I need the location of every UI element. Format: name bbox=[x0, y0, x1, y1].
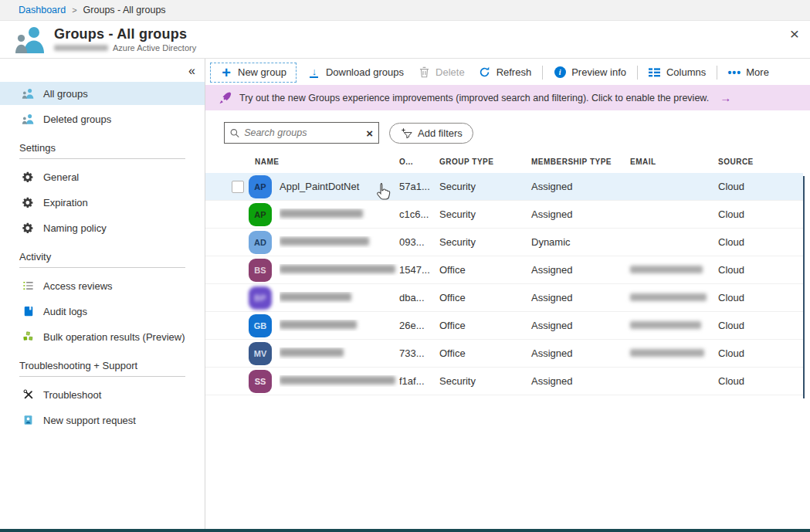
gear-icon bbox=[22, 222, 35, 234]
section-divider bbox=[19, 158, 185, 159]
avatar-cell: GB bbox=[249, 314, 280, 337]
info-icon: i bbox=[554, 66, 566, 79]
column-header-membership-type[interactable]: MEMBERSHIP TYPE bbox=[531, 158, 630, 166]
sidebar-item-all-groups[interactable]: All groups bbox=[0, 82, 205, 105]
sidebar-item-label: Access reviews bbox=[43, 280, 113, 292]
people-icon bbox=[22, 113, 35, 125]
search-input[interactable] bbox=[244, 127, 361, 138]
cell-group-type: Office bbox=[439, 292, 531, 303]
table-row[interactable]: APc1c6...SecurityAssignedCloud bbox=[205, 201, 803, 229]
search-box: × bbox=[224, 122, 379, 144]
avatar-cell: SS bbox=[249, 370, 280, 393]
gear-icon bbox=[22, 171, 35, 183]
cell-membership-type: Assigned bbox=[531, 264, 630, 276]
sidebar-item-new-support-request[interactable]: New support request bbox=[0, 408, 205, 432]
table-row[interactable]: BPdba...OfficeAssignedCloud bbox=[205, 284, 803, 312]
group-avatar: GB bbox=[249, 314, 272, 337]
column-header-group-type[interactable]: GROUP TYPE bbox=[439, 158, 531, 166]
add-filters-button[interactable]: Add filters bbox=[389, 123, 473, 144]
cell-source: Cloud bbox=[718, 292, 803, 303]
section-divider bbox=[19, 376, 185, 377]
more-icon: ••• bbox=[728, 66, 741, 79]
content-pane: +New group↓Download groupsDeleteRefreshi… bbox=[205, 59, 810, 529]
table-body: APAppl_PaintDotNet57a1...SecurityAssigne… bbox=[205, 173, 810, 395]
table-row[interactable]: SSf1af...SecurityAssignedCloud bbox=[205, 368, 803, 395]
toolbar-divider bbox=[542, 66, 543, 80]
cell-email bbox=[630, 264, 718, 276]
more-button[interactable]: •••More bbox=[721, 63, 776, 83]
table-row[interactable]: BS1547...OfficeAssignedCloud bbox=[205, 256, 803, 284]
group-avatar: MV bbox=[249, 342, 272, 365]
redacted-email bbox=[630, 321, 701, 329]
sidebar-item-naming-policy[interactable]: Naming policy bbox=[0, 216, 205, 239]
breadcrumb-dashboard-link[interactable]: Dashboard bbox=[19, 5, 66, 15]
sidebar-item-bulk-operation-results-preview[interactable]: Bulk operation results (Preview) bbox=[0, 325, 205, 348]
page-title: Groups - All groups bbox=[54, 26, 196, 42]
cell-name bbox=[280, 347, 399, 359]
banner-text: Try out the new Groups experience improv… bbox=[239, 93, 709, 103]
sidebar-section-troubleshooting-support: Troubleshooting + SupportTroubleshootNew… bbox=[0, 360, 205, 432]
sidebar-item-label: Deleted groups bbox=[43, 114, 111, 125]
close-icon[interactable]: × bbox=[790, 25, 799, 42]
column-header-o[interactable]: O... bbox=[399, 158, 439, 166]
redacted-email bbox=[630, 293, 707, 301]
table-row[interactable]: GB26e...OfficeAssignedCloud bbox=[205, 312, 803, 340]
support-person-icon bbox=[22, 414, 35, 426]
cell-group-type: Office bbox=[439, 347, 531, 359]
redacted-name bbox=[280, 293, 351, 301]
cell-membership-type: Assigned bbox=[531, 181, 630, 192]
refresh-button[interactable]: Refresh bbox=[472, 63, 539, 83]
sidebar-item-expiration[interactable]: Expiration bbox=[0, 191, 205, 214]
avatar-cell: BS bbox=[249, 259, 280, 282]
add-filter-icon bbox=[400, 127, 412, 139]
collapse-sidebar-icon[interactable]: « bbox=[188, 64, 195, 78]
sidebar-item-general[interactable]: General bbox=[0, 165, 205, 188]
breadcrumb-current: Groups - All groups bbox=[83, 5, 166, 15]
toolbar-divider bbox=[717, 66, 717, 80]
cell-object-id: 1547... bbox=[399, 264, 439, 276]
column-header-source[interactable]: SOURCE bbox=[718, 158, 803, 166]
avatar-cell: AP bbox=[249, 203, 280, 226]
sidebar-sections: SettingsGeneralExpirationNaming policyAc… bbox=[0, 142, 205, 432]
group-avatar: AD bbox=[249, 231, 272, 254]
toolbar-button-label: Download groups bbox=[326, 66, 404, 78]
groups-icon bbox=[14, 25, 46, 53]
toolbar-button-label: Refresh bbox=[497, 66, 532, 78]
sidebar-item-label: New support request bbox=[43, 415, 136, 426]
cell-source: Cloud bbox=[718, 208, 803, 220]
scrollbar[interactable] bbox=[803, 176, 805, 398]
plus-icon: + bbox=[220, 66, 232, 79]
delete-button[interactable]: Delete bbox=[411, 63, 472, 83]
redacted-name bbox=[280, 265, 395, 273]
avatar-cell: BP bbox=[249, 286, 280, 310]
preview-info-button[interactable]: iPreview info bbox=[547, 63, 633, 83]
cell-membership-type: Dynamic bbox=[531, 236, 630, 248]
groups-table: NAMEO...GROUP TYPEMEMBERSHIP TYPEEMAILSO… bbox=[205, 150, 810, 395]
row-checkbox[interactable] bbox=[232, 181, 244, 193]
cell-membership-type: Assigned bbox=[531, 320, 630, 331]
table-row[interactable]: APAppl_PaintDotNet57a1...SecurityAssigne… bbox=[205, 173, 803, 201]
sidebar-item-troubleshoot[interactable]: Troubleshoot bbox=[0, 383, 205, 406]
table-row[interactable]: AD093...SecurityDynamicCloud bbox=[205, 229, 803, 256]
sidebar-item-access-reviews[interactable]: Access reviews bbox=[0, 274, 205, 297]
sidebar-item-deleted-groups[interactable]: Deleted groups bbox=[0, 107, 205, 130]
table-row[interactable]: MV733...OfficeAssignedCloud bbox=[205, 340, 803, 368]
sidebar-item-audit-logs[interactable]: Audit logs bbox=[0, 300, 205, 323]
clear-search-icon[interactable]: × bbox=[366, 127, 373, 139]
column-header-email[interactable]: EMAIL bbox=[630, 158, 718, 166]
cell-email bbox=[630, 320, 718, 331]
cell-name bbox=[280, 292, 399, 303]
column-header-name[interactable]: NAME bbox=[232, 158, 399, 166]
cell-source: Cloud bbox=[718, 236, 803, 248]
cell-membership-type: Assigned bbox=[531, 347, 630, 359]
cell-object-id: 57a1... bbox=[399, 181, 439, 192]
download-groups-button[interactable]: ↓Download groups bbox=[301, 63, 411, 83]
sidebar-item-label: All groups bbox=[43, 88, 88, 100]
redacted-name bbox=[280, 320, 357, 329]
columns-button[interactable]: Columns bbox=[642, 63, 713, 83]
new-group-button[interactable]: +New group bbox=[210, 63, 297, 83]
group-avatar: BP bbox=[249, 286, 272, 310]
cell-source: Cloud bbox=[718, 264, 803, 276]
preview-banner[interactable]: Try out the new Groups experience improv… bbox=[205, 85, 810, 110]
cell-membership-type: Assigned bbox=[531, 375, 630, 387]
